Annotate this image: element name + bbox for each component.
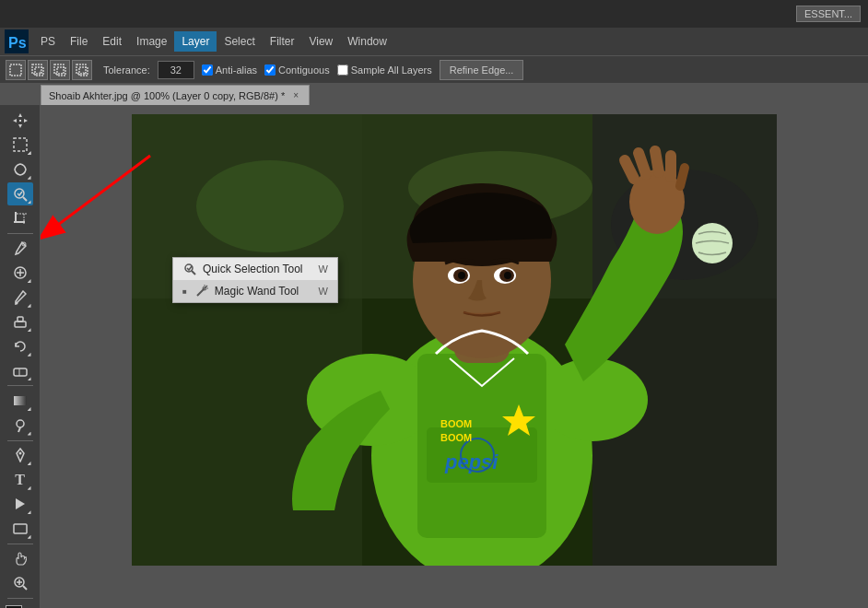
pen-tool[interactable] bbox=[7, 443, 33, 467]
canvas-image[interactable]: pepsi BOOM BOOM bbox=[132, 114, 777, 566]
crop-tool[interactable] bbox=[7, 206, 33, 230]
svg-line-39 bbox=[23, 586, 27, 590]
menu-window[interactable]: View bbox=[301, 31, 340, 52]
svg-line-59 bbox=[680, 168, 685, 186]
tool-options-icons: + - × bbox=[6, 60, 92, 80]
document-tab[interactable]: Shoaib Akhter.jpg @ 100% (Layer 0 copy, … bbox=[41, 85, 310, 105]
options-bar: + - × Tolerance: Anti-alias Contiguous S… bbox=[0, 55, 868, 83]
menu-image[interactable]: Edit bbox=[95, 31, 129, 52]
tab-bar: Shoaib Akhter.jpg @ 100% (Layer 0 copy, … bbox=[0, 83, 868, 105]
gradient-tool[interactable] bbox=[7, 389, 33, 413]
dodge-tool[interactable] bbox=[7, 414, 33, 438]
svg-marker-14 bbox=[13, 119, 17, 123]
type-tool[interactable]: T bbox=[7, 468, 33, 492]
svg-text:Ps: Ps bbox=[8, 35, 27, 51]
history-tool[interactable] bbox=[7, 334, 33, 358]
contiguous-checkbox[interactable] bbox=[264, 64, 276, 76]
menu-help[interactable]: Window bbox=[340, 31, 394, 52]
svg-rect-30 bbox=[18, 317, 23, 322]
svg-line-57 bbox=[655, 151, 659, 172]
quick-selection-label: Quick Selection Tool bbox=[203, 263, 303, 275]
magic-wand-tool-item[interactable]: ■ Magic Wand Tool W bbox=[173, 280, 337, 302]
zoom-tool[interactable] bbox=[7, 571, 33, 595]
quick-selection-shortcut: W bbox=[319, 263, 328, 275]
marquee-tool[interactable] bbox=[7, 134, 33, 158]
magic-wand-shortcut: W bbox=[319, 286, 328, 297]
svg-point-36 bbox=[18, 452, 21, 455]
svg-line-35 bbox=[18, 427, 20, 432]
selected-indicator: ■ bbox=[182, 287, 187, 296]
menu-select[interactable]: Layer bbox=[174, 31, 217, 52]
svg-line-56 bbox=[639, 153, 646, 174]
menu-file[interactable]: PS bbox=[33, 31, 63, 52]
svg-line-80 bbox=[192, 271, 195, 275]
svg-marker-13 bbox=[18, 124, 22, 128]
heal-tool[interactable] bbox=[7, 261, 33, 285]
eyedropper-tool[interactable] bbox=[7, 237, 33, 261]
stamp-tool[interactable] bbox=[7, 310, 33, 334]
svg-rect-16 bbox=[19, 120, 21, 122]
add-selection-btn[interactable]: + bbox=[28, 60, 48, 80]
contiguous-label[interactable]: Contiguous bbox=[264, 64, 330, 76]
magic-wand-icon bbox=[194, 284, 209, 298]
svg-rect-37 bbox=[14, 524, 27, 533]
anti-alias-label[interactable]: Anti-alias bbox=[202, 64, 257, 76]
svg-rect-33 bbox=[14, 396, 27, 405]
svg-rect-17 bbox=[14, 138, 27, 151]
toolbar: T bbox=[0, 105, 41, 608]
magic-wand-label: Magic Wand Tool bbox=[215, 285, 299, 298]
menu-view[interactable]: Filter bbox=[263, 31, 302, 52]
canvas-area: pepsi BOOM BOOM bbox=[41, 105, 868, 608]
title-bar: ESSENT... bbox=[0, 0, 868, 28]
sample-all-layers-label[interactable]: Sample All Layers bbox=[337, 64, 432, 76]
svg-marker-15 bbox=[24, 119, 28, 123]
svg-text:+: + bbox=[39, 69, 42, 76]
subtract-selection-btn[interactable]: - bbox=[50, 60, 70, 80]
svg-point-46 bbox=[196, 160, 344, 252]
menu-layer[interactable]: Image bbox=[129, 31, 174, 52]
sample-all-layers-checkbox[interactable] bbox=[337, 64, 348, 76]
menu-bar: Ps PS File Edit Image Layer Select Filte… bbox=[0, 28, 868, 55]
intersect-selection-btn[interactable]: × bbox=[72, 60, 92, 80]
menu-filter[interactable]: Select bbox=[217, 31, 262, 52]
svg-point-67 bbox=[458, 272, 465, 279]
anti-alias-checkbox[interactable] bbox=[202, 64, 213, 76]
svg-text:×: × bbox=[82, 69, 87, 76]
new-selection-btn[interactable] bbox=[6, 60, 26, 80]
svg-marker-12 bbox=[18, 113, 22, 117]
tolerance-label: Tolerance: bbox=[103, 64, 150, 76]
svg-text:BOOM: BOOM bbox=[440, 418, 472, 429]
hand-tool[interactable] bbox=[7, 547, 33, 571]
canvas-wrapper: pepsi BOOM BOOM bbox=[132, 114, 777, 566]
lasso-tool[interactable] bbox=[7, 158, 33, 181]
quick-selection-icon bbox=[182, 262, 197, 276]
tab-title: Shoaib Akhter.jpg @ 100% (Layer 0 copy, … bbox=[49, 90, 285, 101]
ps-logo: Ps bbox=[4, 29, 29, 54]
move-tool[interactable] bbox=[7, 109, 33, 133]
menu-items: PS File Edit Image Layer Select Filter V… bbox=[33, 31, 394, 52]
svg-point-28 bbox=[15, 301, 18, 304]
svg-rect-2 bbox=[10, 64, 21, 76]
tab-close-button[interactable]: × bbox=[290, 90, 301, 101]
quick-select-tool[interactable] bbox=[7, 182, 33, 206]
tool-dropdown-menu: Quick Selection Tool W ■ Magic Wand Tool… bbox=[172, 257, 338, 303]
brush-tool[interactable] bbox=[7, 286, 33, 310]
svg-rect-31 bbox=[14, 368, 27, 376]
shape-tool[interactable] bbox=[7, 517, 33, 541]
tolerance-input[interactable] bbox=[158, 61, 194, 79]
path-select-tool[interactable] bbox=[7, 493, 33, 517]
quick-selection-tool-item[interactable]: Quick Selection Tool W bbox=[173, 258, 337, 280]
svg-point-68 bbox=[504, 272, 511, 279]
svg-point-18 bbox=[15, 189, 24, 198]
essentials-button[interactable]: ESSENT... bbox=[796, 6, 861, 22]
svg-rect-29 bbox=[15, 322, 26, 327]
refine-edge-button[interactable]: Refine Edge... bbox=[440, 60, 524, 80]
main-area: T bbox=[0, 105, 868, 608]
svg-line-19 bbox=[23, 197, 27, 201]
svg-text:BOOM: BOOM bbox=[440, 432, 472, 443]
eraser-tool[interactable] bbox=[7, 359, 33, 383]
svg-point-34 bbox=[17, 420, 24, 427]
menu-edit[interactable]: File bbox=[63, 31, 95, 52]
